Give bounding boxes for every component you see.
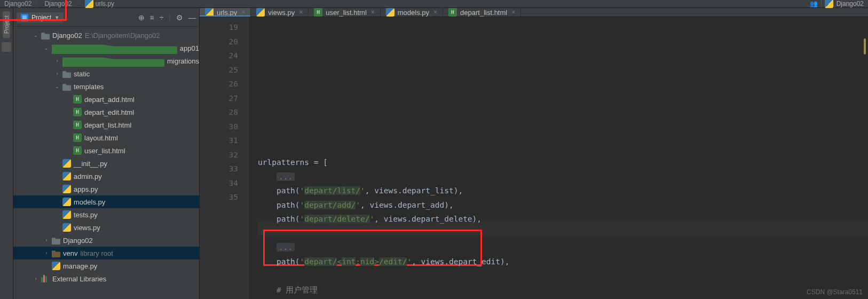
tree-row[interactable]: user_list.html [13, 144, 199, 157]
tree-caret[interactable]: › [54, 58, 60, 64]
tree-row[interactable]: models.py [13, 195, 199, 208]
tree-row[interactable]: admin.py [13, 170, 199, 183]
tree-label: views.py [74, 224, 100, 232]
html-icon [73, 95, 82, 104]
tree-row[interactable]: ›migrations [13, 54, 199, 67]
code-line[interactable]: path('depart/<int:nid>/edit/', views.dep… [258, 255, 868, 269]
crumb-root[interactable]: Django02 [4, 0, 31, 9]
sidebar-header: Project ▼ ⊕ ≡ ÷ | ⚙ — [13, 8, 199, 27]
tree-caret[interactable]: › [54, 71, 60, 76]
expand-all-icon[interactable]: ≡ [150, 13, 154, 22]
code-line[interactable]: ... [258, 240, 868, 255]
tree-label: Django02 [63, 237, 93, 245]
html-icon [73, 121, 82, 129]
project-view-selector[interactable]: Project ▼ [17, 12, 64, 23]
tree-label: static [74, 70, 90, 78]
structure-icon[interactable] [2, 42, 11, 52]
tree-row[interactable]: ⌄Django02 E:\Djangoitem\Django02 [13, 29, 199, 42]
tree-row[interactable]: manage.py [13, 259, 199, 272]
close-icon[interactable]: × [299, 9, 303, 16]
tree-label: models.py [74, 198, 105, 206]
html-icon [448, 8, 457, 17]
tree-caret[interactable]: ⌄ [54, 84, 60, 89]
tree-caret[interactable]: › [44, 238, 49, 243]
tab-label: models.py [398, 9, 429, 17]
tree-label: depart_add.html [84, 96, 135, 104]
python-icon [205, 8, 214, 17]
tab-models-py[interactable]: models.py× [381, 8, 443, 17]
python-icon [62, 185, 71, 193]
tree-row[interactable]: ›static [13, 67, 199, 80]
tree-label: admin.py [74, 172, 102, 180]
project-name[interactable]: Django02 [837, 0, 864, 7]
tree-label: app01 [180, 44, 199, 52]
tree-row[interactable]: depart_edit.html [13, 106, 199, 119]
scrollbar-marker [864, 38, 866, 54]
tree-row[interactable]: depart_add.html [13, 93, 199, 106]
tree-label: External Libraries [52, 275, 106, 283]
project-view-icon [21, 14, 28, 21]
code-area[interactable]: 19 20 24 25 26 27 28 30 31 32 33 34 35 u… [200, 17, 868, 299]
html-icon [73, 146, 82, 155]
html-icon [73, 108, 82, 116]
code-line[interactable] [258, 269, 868, 283]
crumb-file[interactable]: urls.py [85, 0, 114, 9]
source[interactable]: urlpatterns = [ ... path('depart/list/',… [248, 17, 868, 299]
gear-icon[interactable]: ⚙ [176, 13, 183, 22]
close-icon[interactable]: × [241, 9, 245, 16]
tree-row[interactable]: views.py [13, 221, 199, 234]
code-line[interactable]: urlpatterns = [ [258, 155, 868, 170]
python-icon [85, 0, 93, 8]
tree-row[interactable]: ›venv library root [13, 247, 199, 259]
tree-row[interactable]: tests.py [13, 208, 199, 221]
tree-row[interactable]: ›External Libraries [13, 272, 199, 285]
folder-icon [62, 55, 164, 67]
crumb-project[interactable]: Django02 [44, 0, 72, 9]
close-icon[interactable]: × [511, 9, 515, 16]
project-icon [825, 0, 833, 8]
code-line[interactable]: path('depart/list/', views.depart_list), [258, 184, 868, 198]
project-sidebar: Project ▼ ⊕ ≡ ÷ | ⚙ — ⌄Django02 E:\Djang… [13, 8, 200, 299]
folder-icon [62, 69, 71, 78]
editor: urls.py×views.py×user_list.html×models.p… [200, 8, 868, 299]
code-line[interactable]: path('user/list/', views.user_list), [258, 297, 868, 299]
hide-icon[interactable]: — [188, 13, 196, 22]
code-line[interactable] [258, 226, 868, 241]
tab-user_list-html[interactable]: user_list.html× [309, 8, 381, 17]
code-line[interactable]: ... [258, 170, 868, 184]
tree-label: apps.py [74, 185, 98, 193]
tree-row[interactable]: ⌄app01 [13, 42, 199, 54]
project-tree[interactable]: ⌄Django02 E:\Djangoitem\Django02⌄app01›m… [13, 27, 199, 299]
tree-row[interactable]: depart_list.html [13, 119, 199, 131]
html-icon [314, 8, 322, 17]
folder-icon [52, 249, 60, 257]
close-icon[interactable]: × [371, 9, 375, 16]
python-icon [62, 172, 71, 180]
close-icon[interactable]: × [433, 9, 437, 16]
tree-caret[interactable]: ⌄ [44, 45, 49, 51]
tree-caret[interactable]: › [33, 276, 38, 281]
tree-row[interactable]: ›Django02 [13, 234, 199, 247]
users-icon[interactable]: 👥 [810, 0, 818, 7]
left-gutter: Project [0, 8, 13, 299]
tree-caret[interactable]: ⌄ [33, 33, 38, 38]
collapse-all-icon[interactable]: ÷ [160, 13, 164, 22]
locate-icon[interactable]: ⊕ [138, 13, 145, 22]
python-icon [256, 8, 265, 17]
tree-row[interactable]: ⌄templates [13, 80, 199, 93]
project-toolwindow-tab[interactable]: Project [3, 11, 10, 38]
code-line[interactable]: # 用户管理 [258, 283, 868, 297]
folder-icon [52, 236, 60, 245]
code-line[interactable]: path('depart/delete/', views.depart_dele… [258, 212, 868, 226]
code-line[interactable]: path('depart/add/', views.depart_add), [258, 198, 868, 213]
tree-row[interactable]: apps.py [13, 183, 199, 195]
tree-label: venv [63, 249, 77, 257]
editor-tabs: urls.py×views.py×user_list.html×models.p… [200, 8, 868, 17]
tree-row[interactable]: layout.html [13, 131, 199, 144]
tab-views-py[interactable]: views.py× [251, 8, 309, 17]
tab-urls-py[interactable]: urls.py× [200, 8, 251, 17]
tree-row[interactable]: __init__.py [13, 157, 199, 170]
tab-depart_list-html[interactable]: depart_list.html× [443, 8, 521, 17]
tree-caret[interactable]: › [44, 250, 49, 256]
breadcrumbs: Django02 〉 Django02 〉 urls.py [4, 0, 114, 9]
